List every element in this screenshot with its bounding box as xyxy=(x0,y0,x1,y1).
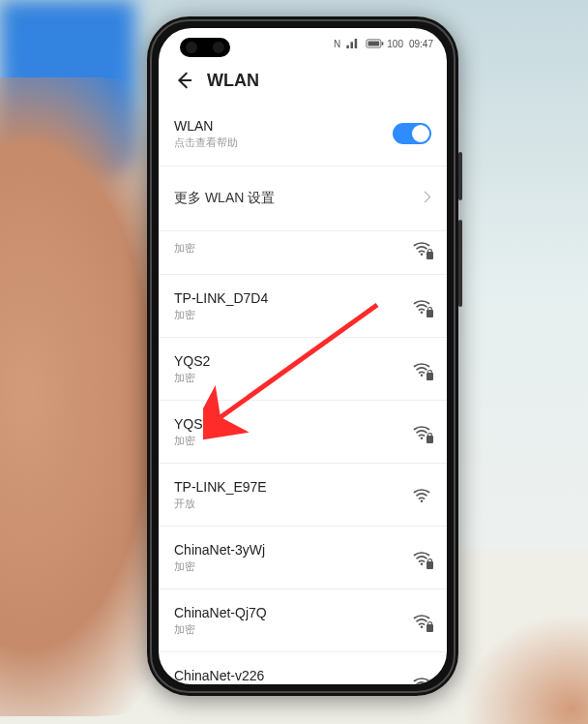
svg-point-5 xyxy=(421,374,424,377)
camera-cutout xyxy=(180,38,230,57)
signal-icon xyxy=(346,39,360,48)
network-row[interactable]: ChinaNet-Qj7Q加密 xyxy=(159,589,447,652)
lock-icon xyxy=(426,436,433,443)
network-row[interactable]: YQS605加密 xyxy=(159,401,447,464)
wlan-toggle-switch[interactable] xyxy=(393,123,431,144)
lock-icon xyxy=(426,373,433,380)
wifi-icon xyxy=(412,238,431,257)
network-row[interactable]: TP-LINK_E97E开放 xyxy=(159,464,447,527)
page-title: WLAN xyxy=(207,71,259,91)
svg-point-3 xyxy=(421,253,424,256)
network-ssid: YQS2 xyxy=(174,353,402,369)
network-row[interactable]: ChinaNet-v226加密 xyxy=(159,652,447,684)
battery-icon: 100 xyxy=(366,39,403,49)
network-security: 加密 xyxy=(174,308,402,322)
wlan-label: WLAN xyxy=(174,118,383,134)
back-arrow-icon xyxy=(173,70,194,91)
network-security: 加密 xyxy=(174,434,402,448)
more-wlan-label: 更多 WLAN 设置 xyxy=(174,190,414,207)
screen: N 100 09:47 WLAN WLAN 点击查看帮助 xyxy=(159,28,447,684)
svg-point-6 xyxy=(421,437,424,439)
network-ssid: ChinaNet-Qj7Q xyxy=(174,605,402,620)
network-ssid: TP-LINK_E97E xyxy=(174,479,402,495)
svg-rect-1 xyxy=(368,42,380,46)
svg-point-8 xyxy=(421,562,424,565)
wifi-icon xyxy=(412,296,431,316)
network-ssid: ChinaNet-v226 xyxy=(174,668,402,683)
phone-frame: N 100 09:47 WLAN WLAN 点击查看帮助 xyxy=(147,16,458,696)
chevron-right-icon xyxy=(424,191,431,206)
lock-icon xyxy=(426,561,433,569)
network-security: 加密 xyxy=(174,622,402,637)
network-security: 开放 xyxy=(174,497,402,511)
svg-point-4 xyxy=(421,311,424,314)
network-row[interactable]: YQS2加密 xyxy=(159,338,447,401)
back-button[interactable] xyxy=(168,65,199,96)
wifi-icon xyxy=(412,611,431,630)
lock-icon xyxy=(426,310,433,317)
wlan-hint: 点击查看帮助 xyxy=(174,136,383,150)
lock-icon xyxy=(426,252,433,259)
wifi-icon xyxy=(412,359,431,378)
network-ssid: TP-LINK_D7D4 xyxy=(174,290,402,306)
network-security: 加密 xyxy=(174,559,402,574)
network-security: 加密 xyxy=(174,371,402,385)
wifi-icon xyxy=(412,548,431,567)
wifi-icon xyxy=(412,422,431,441)
network-ssid: YQS605 xyxy=(174,416,402,432)
wifi-icon xyxy=(412,485,431,504)
svg-rect-2 xyxy=(382,42,384,45)
nfc-icon: N xyxy=(334,39,340,49)
network-row[interactable]: TP-LINK_D7D4加密 xyxy=(159,275,447,338)
network-row[interactable]: ChinaNet-3yWj加密 xyxy=(159,527,447,589)
clock: 09:47 xyxy=(409,39,433,49)
network-security: 加密 xyxy=(174,241,402,256)
header-bar: WLAN xyxy=(159,59,447,102)
svg-point-9 xyxy=(421,625,424,628)
wifi-icon xyxy=(412,674,431,684)
network-ssid: ChinaNet-3yWj xyxy=(174,542,402,558)
lock-icon xyxy=(426,624,433,632)
svg-point-7 xyxy=(421,499,424,502)
content-scroll[interactable]: WLAN 点击查看帮助 更多 WLAN 设置 加密 xyxy=(159,102,447,684)
network-row-partial[interactable]: 加密 xyxy=(159,231,447,275)
more-wlan-settings-row[interactable]: 更多 WLAN 设置 xyxy=(159,166,447,231)
wlan-master-toggle-row[interactable]: WLAN 点击查看帮助 xyxy=(159,102,447,166)
